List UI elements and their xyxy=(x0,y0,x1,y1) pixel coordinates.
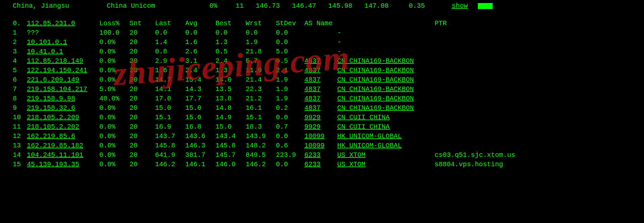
show-link[interactable]: show xyxy=(452,1,468,11)
hop-avg: 143.6 xyxy=(185,132,215,141)
hop-as[interactable]: 4837 xyxy=(304,85,337,94)
hop-snt: 20 xyxy=(130,160,155,169)
hop-ptr xyxy=(435,38,644,47)
hop-best: 14.9 xyxy=(215,113,246,122)
hop-wrst: 11.0 xyxy=(246,66,276,75)
hop-asname[interactable]: US XTOM xyxy=(337,160,435,169)
hop-number: 6 xyxy=(13,75,27,85)
hop-ip[interactable]: 162.219.85.6 xyxy=(27,132,99,141)
hop-as[interactable]: 10099 xyxy=(304,141,337,150)
hop-best: 145.7 xyxy=(215,150,246,160)
hop-asname[interactable]: CN CUII CHINA xyxy=(337,113,435,122)
hop-asname[interactable]: CN CHINA169-BACKBON xyxy=(337,94,435,103)
hop-avg: 15.0 xyxy=(185,103,215,113)
hop-loss: 0.0% xyxy=(99,38,130,47)
hop-asname[interactable]: CN CHINA169-BACKBON xyxy=(337,75,435,85)
hop-snt: 20 xyxy=(130,103,155,113)
hop-best: 145.8 xyxy=(215,141,246,150)
hop-asname[interactable]: CN CHINA169-BACKBON xyxy=(337,56,435,66)
hop-stdev: 0.6 xyxy=(276,141,304,150)
hop-ip: ??? xyxy=(27,28,99,38)
hop-ip[interactable]: 218.105.2.209 xyxy=(27,113,99,122)
hop-asname[interactable]: CN CUII CHINA xyxy=(337,122,435,132)
hop-loss: 0.0% xyxy=(99,150,130,160)
top-summary-row: China, Jiangsu China Unicom 0% 11 146.73… xyxy=(13,1,644,11)
hop-as[interactable]: 4837 xyxy=(304,66,337,75)
hop-avg: 2.4 xyxy=(185,66,215,75)
hop-best: 1.3 xyxy=(215,38,246,47)
hop-number: 14 xyxy=(13,150,27,160)
hop-snt: 20 xyxy=(130,47,155,56)
header-row: 0. 112.85.231.0 Loss% Snt Last Avg Best … xyxy=(13,19,644,28)
table-row: 11218.105.2.2020.0%2016.916.815.018.30.7… xyxy=(13,122,644,132)
hop-ptr xyxy=(435,28,644,38)
hop-as[interactable]: 6233 xyxy=(304,150,337,160)
table-row: 8219.158.9.9840.0%2017.017.713.821.21.94… xyxy=(13,94,644,103)
hop-as[interactable]: 9929 xyxy=(304,122,337,132)
hop-wrst: 0.0 xyxy=(246,28,276,38)
header-target-ip: 112.85.231.0 xyxy=(27,19,99,28)
hop-stdev: 0.0 xyxy=(276,113,304,122)
hop-ip[interactable]: 162.219.85.182 xyxy=(27,141,99,150)
hop-as[interactable]: 4837 xyxy=(304,94,337,103)
hop-ptr xyxy=(435,113,644,122)
hop-avg: 16.8 xyxy=(185,122,215,132)
location-label: China, Jiangsu xyxy=(13,1,107,11)
hop-as[interactable]: 4837 xyxy=(304,103,337,113)
hop-stdev: 5.0 xyxy=(276,47,304,56)
hop-ip[interactable]: 219.158.9.98 xyxy=(27,94,99,103)
hop-ip[interactable]: 104.245.11.101 xyxy=(27,150,99,160)
table-row: 7219.158.104.2175.0%2014.114.313.522.31.… xyxy=(13,85,644,94)
hop-best: 1.3 xyxy=(215,66,246,75)
hop-asname[interactable]: CN CHINA169-BACKBON xyxy=(337,103,435,113)
hop-as[interactable]: 6233 xyxy=(304,160,337,169)
hop-ip[interactable]: 122.194.150.241 xyxy=(27,66,99,75)
hop-ip[interactable]: 219.158.32.6 xyxy=(27,103,99,113)
hop-avg: 146.3 xyxy=(185,141,215,150)
hop-ip[interactable]: 10.41.0.1 xyxy=(27,47,99,56)
summary-worst: 147.08 xyxy=(352,1,389,11)
hop-snt: 20 xyxy=(130,85,155,94)
hop-ip[interactable]: 10.101.0.1 xyxy=(27,38,99,47)
hop-avg: 17.7 xyxy=(185,94,215,103)
hop-wrst: 849.5 xyxy=(246,150,276,160)
table-row: 6221.6.209.1490.0%2014.715.414.021.41.94… xyxy=(13,75,644,85)
hop-last: 16.9 xyxy=(155,122,185,132)
hop-ptr xyxy=(435,103,644,113)
header-snt: Snt xyxy=(130,19,155,28)
hop-ip[interactable]: 219.158.104.217 xyxy=(27,85,99,94)
hop-ip[interactable]: 218.105.2.202 xyxy=(27,122,99,132)
hop-last: 143.7 xyxy=(155,132,185,141)
hop-ptr xyxy=(435,94,644,103)
hop-last: 15.1 xyxy=(155,113,185,122)
hop-as[interactable]: 10099 xyxy=(304,132,337,141)
hop-asname[interactable]: US XTOM xyxy=(337,150,435,160)
hop-asname[interactable]: HK UNICOM-GLOBAL xyxy=(337,141,435,150)
hop-best: 0.5 xyxy=(215,47,246,56)
hop-ip[interactable]: 45.139.193.35 xyxy=(27,160,99,169)
hop-stdev: 0.2 xyxy=(276,103,304,113)
hop-as[interactable]: 4837 xyxy=(304,56,337,66)
hop-asname[interactable]: CN CHINA169-BACKBON xyxy=(337,66,435,75)
hop-last: 17.0 xyxy=(155,94,185,103)
hop-wrst: 148.2 xyxy=(246,141,276,150)
header-asname: AS Name xyxy=(304,19,402,28)
hop-asname[interactable]: CN CHINA169-BACKBON xyxy=(337,85,435,94)
hop-asname[interactable]: HK UNICOM-GLOBAL xyxy=(337,132,435,141)
hop-ptr xyxy=(435,122,644,132)
header-avg: Avg xyxy=(185,19,215,28)
hop-stdev: 0.0 xyxy=(276,132,304,141)
hop-best: 13.5 xyxy=(215,85,246,94)
hop-loss: 100.0 xyxy=(99,28,130,38)
hop-ip[interactable]: 221.6.209.149 xyxy=(27,75,99,85)
hop-as[interactable]: 9929 xyxy=(304,113,337,122)
summary-loss: 0% xyxy=(187,1,217,11)
hop-ip[interactable]: 112.85.218.149 xyxy=(27,56,99,66)
hop-wrst: 146.2 xyxy=(246,160,276,169)
hop-wrst: 21.8 xyxy=(246,47,276,56)
hop-as[interactable]: 4837 xyxy=(304,75,337,85)
hop-stdev: 0.0 xyxy=(276,160,304,169)
hop-last: 0.0 xyxy=(155,28,185,38)
header-last: Last xyxy=(155,19,185,28)
hop-loss: 0.0% xyxy=(99,47,130,56)
